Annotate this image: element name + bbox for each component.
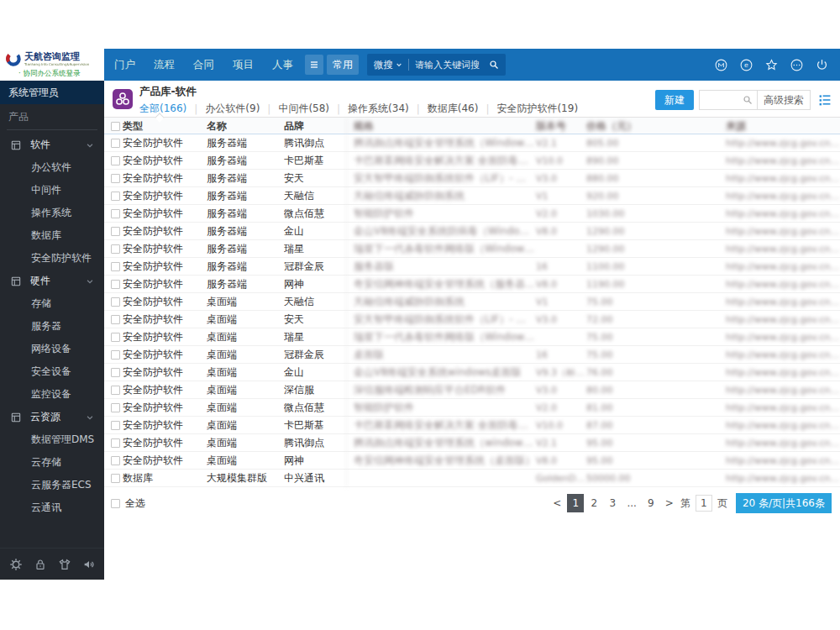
table-row[interactable]: 安全防护软件服务器端瑞星瑞星下一代杀毒软件网络版（Windows版）标准版129… [104,240,840,258]
lock-icon[interactable] [34,558,47,571]
email-icon[interactable]: e [739,58,753,72]
row-checkbox[interactable] [111,139,120,148]
pinned-tab-changyong[interactable]: 常用 [327,55,359,75]
table-row[interactable]: 安全防护软件桌面端卡巴斯基卡巴斯基网络安全解决方案 全面防毒版（针对桌面 KES… [104,417,840,434]
sidebar-item[interactable]: 网络设备 [0,338,104,360]
row-checkbox[interactable] [111,244,120,254]
row-checkbox[interactable] [111,192,120,201]
cell-name: 桌面端 [207,383,284,397]
row-checkbox[interactable] [111,438,120,448]
sidebar-item[interactable]: 服务器 [0,315,104,338]
row-checkbox[interactable] [111,156,120,165]
page-ellipsis[interactable]: ... [622,494,640,512]
sidebar-item[interactable]: 云通讯 [0,496,104,519]
nav-item[interactable]: 人事 [269,58,297,72]
sidebar-item[interactable]: 云存储 [0,451,104,474]
row-checkbox[interactable] [111,262,120,271]
sidebar-item[interactable]: 存储 [0,292,104,315]
page-prev-button[interactable]: < [549,494,565,512]
tab[interactable]: 办公软件(9) [205,102,260,116]
sound-icon[interactable] [82,558,96,571]
sidebar-item[interactable]: 安全设备 [0,360,104,383]
row-checkbox[interactable] [111,386,120,395]
im-message-icon[interactable] [714,58,728,72]
gear-icon[interactable] [9,558,23,571]
table-search-input[interactable] [700,91,738,109]
sidebar-item[interactable]: 办公软件 [0,156,104,179]
page-number-button[interactable]: 3 [604,494,621,512]
tab[interactable]: 操作系统(34) [348,102,409,116]
table-row[interactable]: 安全防护软件服务器端冠群金辰服务器版161100.00http://www.zj… [104,258,840,276]
sidebar-item[interactable]: 安全防护软件 [0,247,104,270]
page-number-button[interactable]: 9 [643,494,659,512]
tab[interactable]: 全部(166) [139,102,186,116]
row-checkbox[interactable] [111,350,120,360]
row-checkbox[interactable] [111,227,120,236]
apps-menu-button[interactable] [305,55,323,75]
row-checkbox[interactable] [111,456,120,465]
sidebar-group[interactable]: 软件 [0,134,104,156]
table-row[interactable]: 安全防护软件桌面端金山金山V8终端安全系统windows桌面版V9.3（标准版）… [104,364,840,381]
table-row[interactable]: 数据库大规模集群版中兴通讯GoldenData s...50000.00http… [104,470,840,487]
theme-shirt-icon[interactable] [58,558,71,571]
table-row[interactable]: 安全防护软件服务器端微点佰慧智能防护软件V2.01030.00http://ww… [104,205,840,223]
row-checkbox[interactable] [111,280,120,289]
nav-item[interactable]: 流程 [150,58,178,72]
page-next-button[interactable]: > [661,494,678,512]
select-all-checkbox[interactable] [111,499,120,508]
table-row[interactable]: 安全防护软件服务器端腾讯御点腾讯御点终端安全管理系统（Windows版）V2.1… [104,134,840,152]
new-button[interactable]: 新建 [655,90,694,110]
row-checkbox[interactable] [111,421,120,430]
tab[interactable]: 数据库(46) [428,102,479,116]
row-checkbox[interactable] [111,333,120,342]
tab[interactable]: 中间件(58) [278,102,329,116]
power-logout-icon[interactable] [815,58,829,72]
sidebar-item[interactable]: 云服务器ECS [0,474,104,496]
list-view-icon[interactable] [818,93,832,107]
row-checkbox[interactable] [111,368,120,377]
table-row[interactable]: 安全防护软件服务器端卡巴斯基卡巴斯基网络安全解决方案 全面防毒版（针对服务器 K… [104,152,840,170]
global-search-input[interactable] [415,60,489,70]
oa-login-link[interactable]: · 协同办公系统登录 [18,69,101,79]
select-all-header-checkbox[interactable] [111,122,120,131]
favorites-star-icon[interactable] [764,58,779,72]
row-checkbox[interactable] [111,403,120,412]
nav-item[interactable]: 合同 [190,58,218,72]
sidebar-item[interactable]: 数据管理DMS [0,428,104,451]
table-row[interactable]: 安全防护软件服务器端金山金山V8终端安全系统防病毒（Windows服务器版）V8… [104,223,840,240]
table-row[interactable]: 安全防护软件桌面端网神奇安信网神终端安全管理系统（桌面版）V8.095.00ht… [104,452,840,470]
table-row[interactable]: 安全防护软件桌面端冠群金辰桌面版1675.00http://www.zjcg.g… [104,346,840,364]
table-row[interactable]: 安全防护软件桌面端腾讯御点腾讯御点终端安全管理系统（windows版）V2.1V… [104,434,840,452]
sidebar-item[interactable]: 操作系统 [0,202,104,224]
table-row[interactable]: 安全防护软件服务器端安天安天智甲终端防御系统软件（LIF）- 本地升级版本V3.… [104,170,840,187]
table-row[interactable]: 安全防护软件桌面端天融信天融信终端威胁防御系统V175.00http://www… [104,293,840,311]
more-options-icon[interactable] [790,58,804,72]
row-checkbox[interactable] [111,297,120,307]
row-checkbox[interactable] [111,474,120,483]
sidebar-group[interactable]: 硬件 [0,270,104,292]
table-row[interactable]: 安全防护软件服务器端网神奇安信网神终端安全管理系统（服务器版）V8.01190.… [104,276,840,293]
search-scope-dropdown[interactable]: 微搜 [374,59,393,71]
table-row[interactable]: 安全防护软件桌面端安天安天智甲终端防御系统软件（LIF）- 本地升级版本V3.0… [104,311,840,328]
table-row[interactable]: 安全防护软件桌面端瑞星瑞星下一代杀毒软件网络版（Windows版）桌面版75.0… [104,328,840,346]
sidebar-item[interactable]: 监控设备 [0,383,104,406]
page-number-button[interactable]: 2 [585,494,602,512]
table-row[interactable]: 安全防护软件服务器端天融信天融信终端威胁防御系统V1920.00http://w… [104,187,840,205]
nav-item[interactable]: 项目 [229,58,257,72]
sidebar-item[interactable]: 中间件 [0,179,104,202]
row-checkbox[interactable] [111,174,120,183]
row-checkbox[interactable] [111,209,120,218]
page-jump-input[interactable]: 1 [696,495,712,512]
search-icon[interactable] [489,60,499,70]
sidebar-group[interactable]: 云资源 [0,406,104,428]
tab[interactable]: 安全防护软件(19) [496,102,578,116]
sidebar-item[interactable]: 数据库 [0,224,104,247]
row-checkbox[interactable] [111,315,120,324]
page-number-button[interactable]: 1 [567,494,584,512]
nav-item[interactable]: 门户 [111,58,139,72]
table-row[interactable]: 安全防护软件桌面端微点佰慧智能防护软件V2.081.00http://www.z… [104,399,840,417]
advanced-search-button[interactable]: 高级搜索 [757,91,810,109]
table-row[interactable]: 安全防护软件桌面端深信服深信服终端检测响应平台EDR软件V3.080.00htt… [104,381,840,399]
search-icon[interactable] [743,95,753,105]
page-size-summary-button[interactable]: 20 条/页|共166条 [736,493,832,513]
